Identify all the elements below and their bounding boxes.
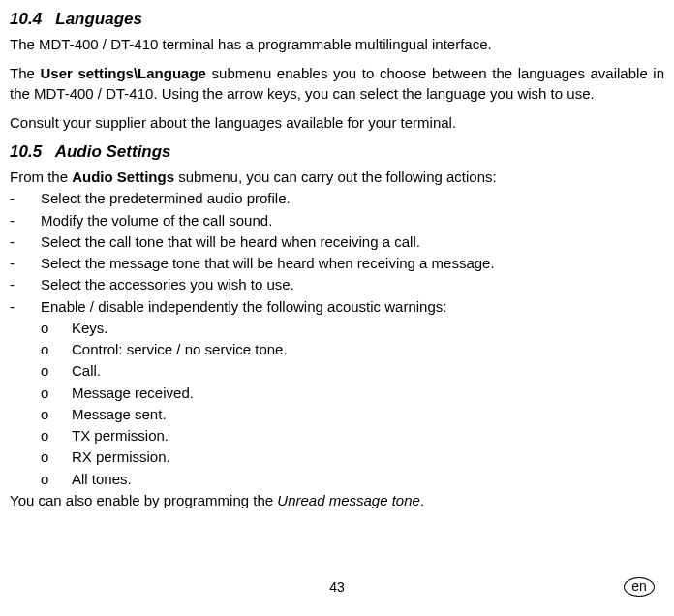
list-item-text: Select the accessories you wish to use. — [41, 275, 294, 294]
list-item: -Select the predetermined audio profile. — [10, 189, 664, 208]
circle-marker: o — [10, 447, 72, 467]
list-item: -Select the accessories you wish to use. — [10, 275, 664, 294]
heading-number: 10.4 — [10, 10, 42, 28]
audio-intro: From the Audio Settings submenu, you can… — [10, 168, 664, 187]
page: 10.4 Languages The MDT-400 / DT-410 term… — [0, 0, 674, 616]
circle-marker: o — [10, 384, 72, 403]
list-item: -Enable / disable independently the foll… — [10, 297, 664, 317]
italic-text: Unread message tone — [277, 492, 420, 508]
heading-languages: 10.4 Languages — [10, 10, 664, 29]
bold-text: Audio Settings — [72, 169, 174, 185]
circle-marker: o — [10, 361, 72, 381]
sub-list-item-text: Call. — [72, 361, 101, 381]
sub-list-item-text: Message received. — [72, 384, 194, 403]
heading-audio: 10.5 Audio Settings — [10, 142, 664, 162]
list-item-text: Modify the volume of the call sound. — [41, 211, 272, 231]
circle-marker: o — [10, 340, 72, 359]
heading-title: Languages — [55, 10, 142, 28]
bullet-list: -Select the predetermined audio profile.… — [10, 189, 664, 317]
list-item: -Modify the volume of the call sound. — [10, 211, 664, 231]
text-fragment: From the — [10, 169, 72, 185]
list-item-text: Select the call tone that will be heard … — [41, 232, 420, 252]
sub-list-item-text: TX permission. — [72, 426, 168, 446]
list-item: -Select the call tone that will be heard… — [10, 232, 664, 252]
sub-list-item: oMessage sent. — [10, 405, 664, 424]
sub-list-item: oControl: service / no service tone. — [10, 340, 664, 359]
sub-list-item: oRX permission. — [10, 447, 664, 467]
sub-list-item: oCall. — [10, 361, 664, 381]
list-item-text: Select the predetermined audio profile. — [41, 189, 291, 208]
sub-list-item: oAll tones. — [10, 470, 664, 489]
language-badge: en — [624, 577, 655, 597]
circle-marker: o — [10, 426, 72, 446]
page-number: 43 — [329, 579, 345, 595]
heading-title: Audio Settings — [55, 142, 171, 161]
languages-para3: Consult your supplier about the language… — [10, 113, 664, 133]
dash-marker: - — [10, 297, 41, 317]
dash-marker: - — [10, 254, 41, 273]
sub-list-item-text: Message sent. — [72, 405, 167, 424]
audio-outro: You can also enable by programming the U… — [10, 491, 664, 510]
heading-number: 10.5 — [10, 142, 42, 161]
circle-marker: o — [10, 405, 72, 424]
text-fragment: You can also enable by programming the — [10, 492, 277, 508]
sub-list-item: oKeys. — [10, 319, 664, 338]
circle-marker: o — [10, 319, 72, 338]
sub-list-item-text: All tones. — [72, 470, 132, 489]
text-fragment: The — [10, 65, 40, 81]
sub-list-item-text: Keys. — [72, 319, 108, 338]
list-item-text: Select the message tone that will be hea… — [41, 254, 495, 273]
sub-list-item-text: Control: service / no service tone. — [72, 340, 288, 359]
page-footer: 43 en — [0, 579, 674, 604]
sub-list-item-text: RX permission. — [72, 447, 170, 467]
dash-marker: - — [10, 232, 41, 252]
text-fragment: submenu, you can carry out the following… — [174, 169, 497, 185]
sub-list-item: oMessage received. — [10, 384, 664, 403]
languages-intro: The MDT-400 / DT-410 terminal has a prog… — [10, 35, 664, 54]
list-item: -Select the message tone that will be he… — [10, 254, 664, 273]
circle-marker: o — [10, 470, 72, 489]
sub-bullet-list: oKeys.oControl: service / no service ton… — [10, 319, 664, 489]
languages-para2: The User settings\Language submenu enabl… — [10, 64, 664, 104]
dash-marker: - — [10, 189, 41, 208]
dash-marker: - — [10, 275, 41, 294]
dash-marker: - — [10, 211, 41, 231]
sub-list-item: oTX permission. — [10, 426, 664, 446]
bold-text: User settings\Language — [40, 65, 205, 81]
text-fragment: . — [420, 492, 424, 508]
list-item-text: Enable / disable independently the follo… — [41, 297, 446, 317]
